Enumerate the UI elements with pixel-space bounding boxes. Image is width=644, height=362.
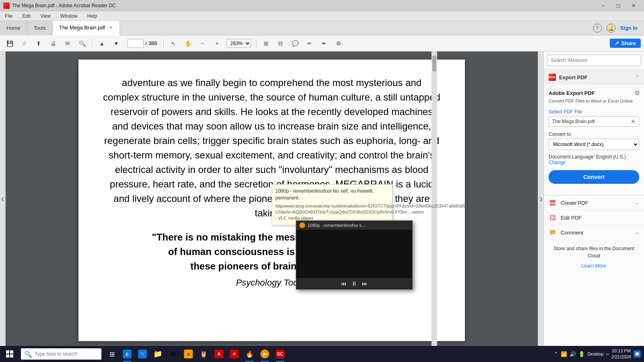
sign-in-button[interactable]: Sign In (620, 25, 638, 31)
tab-tools[interactable]: Tools (27, 21, 53, 35)
pdf-scrollbar[interactable] (431, 51, 437, 346)
more-icon[interactable]: ›› (606, 352, 609, 356)
sidebar-search-area (544, 51, 644, 70)
window-title: The Mega Brain.pdf - Adobe Acrobat Reade… (12, 3, 116, 8)
hand-tool-button[interactable]: ✋ (182, 38, 194, 49)
zoom-out-button[interactable]: − (196, 38, 209, 49)
video-rewind-button[interactable]: ⏮ (341, 280, 347, 287)
export-chevron-icon: ⌃ (635, 74, 639, 80)
change-language-link[interactable]: Change (549, 160, 566, 165)
explorer-icon[interactable]: 📁 (151, 346, 165, 362)
select-tool-button[interactable]: ↖ (167, 38, 180, 49)
more-tools-button[interactable]: ⚙ (332, 38, 345, 49)
page-total: 388 (149, 40, 157, 46)
tab-home[interactable]: Home (0, 21, 27, 35)
menu-window[interactable]: Window (59, 12, 79, 20)
help-button[interactable]: ? (593, 24, 602, 33)
select-pdf-label[interactable]: Select PDF File (549, 109, 639, 115)
fill-sign-button[interactable]: ✒ (318, 38, 330, 49)
tooltip-popup: 1080p - rememberlessfool No self, no fre… (272, 184, 392, 225)
print-button[interactable]: 🖨 (47, 38, 60, 49)
video-play-button[interactable]: ⏸ (351, 280, 357, 287)
store-icon[interactable]: 🛒 (135, 346, 150, 362)
convert-to-select[interactable]: Microsoft Word (*.docx) Microsoft Excel … (549, 139, 639, 150)
win-logo-quad-2 (10, 350, 13, 354)
menu-edit[interactable]: Edit (21, 12, 32, 20)
task-view-button[interactable]: ⊞ (105, 346, 119, 362)
edit-text-button[interactable]: ✏ (303, 38, 316, 49)
zoom-select[interactable]: 283% 100% 150% 200% (227, 39, 251, 48)
email-button[interactable]: ✉ (61, 38, 74, 49)
notifications-button[interactable]: 🔔 (607, 24, 615, 33)
tooltip-text-line1: 1080p - rememberlessfool No self, no fre… (275, 188, 389, 202)
menu-file[interactable]: File (3, 12, 14, 20)
close-button[interactable]: ✕ (626, 1, 641, 10)
acrobat-dc-icon[interactable]: DC (273, 346, 287, 362)
zoom-in-button[interactable]: + (211, 38, 223, 49)
upload-button[interactable]: ⬆ (32, 38, 45, 49)
learn-more-link[interactable]: Learn More (582, 263, 606, 269)
amazon-icon[interactable]: a (181, 346, 196, 362)
save-button[interactable]: 💾 (3, 38, 16, 49)
pdf-file-clear-button[interactable]: ✕ (631, 118, 636, 125)
firefox-icon[interactable]: 🔥 (242, 346, 257, 362)
pdf-content[interactable]: adventure as we finally begin to compreh… (6, 51, 538, 346)
two-page-button[interactable]: ⊟ (274, 38, 287, 49)
vlc-icon (299, 222, 305, 228)
taskbar-clock[interactable]: 10:12 PM 2/21/2020 (611, 348, 631, 360)
minimize-button[interactable]: − (596, 1, 610, 10)
edit-pdf-icon (549, 214, 557, 222)
svg-text:PDF: PDF (549, 202, 556, 205)
copy-icon: ⧉ (635, 90, 639, 97)
comment-icon (549, 228, 557, 237)
document-language: Document Language: English (U.S.) Change (549, 154, 639, 165)
comment-tool[interactable]: Comment ⌄ (544, 225, 644, 240)
zoom-control: 283% 100% 150% 200% (227, 39, 251, 48)
convert-button[interactable]: Convert (549, 170, 639, 184)
fit-page-button[interactable]: ⊞ (260, 38, 272, 49)
clock-date: 2/21/2020 (611, 354, 631, 360)
taskbar-search-input[interactable] (35, 351, 98, 357)
tab-document[interactable]: The Mega Brain.pdf ✕ (53, 21, 120, 35)
edit-pdf-label: Edit PDF (561, 215, 582, 221)
video-controls: ⏮ ⏸ ⏭ (296, 278, 412, 289)
tray-expand-icon[interactable]: ⌃ (554, 351, 558, 357)
video-popup[interactable]: 1080p - rememberlessfoo s... ⏮ ⏸ ⏭ (296, 220, 413, 290)
sidebar-search-input[interactable] (547, 55, 641, 66)
toolbar: 💾 ☆ ⬆ 🖨 ✉ 🔍 ▲ ▼ 2 / 388 ↖ ✋ − + 283% 100… (0, 35, 644, 51)
next-page-button[interactable]: ▼ (110, 38, 123, 49)
search-button[interactable]: 🔍 (76, 38, 89, 49)
tripadvisor-icon[interactable]: 🦉 (196, 346, 211, 362)
video-popup-title: 1080p - rememberlessfoo s... (296, 221, 412, 230)
prev-page-button[interactable]: ▲ (95, 38, 108, 49)
edit-pdf-tool[interactable]: Edit PDF (544, 210, 644, 225)
menu-help[interactable]: Help (86, 12, 99, 20)
start-button[interactable] (0, 346, 19, 362)
oracle-icon[interactable]: O (227, 346, 242, 362)
bookmark-button[interactable]: ☆ (18, 38, 31, 49)
mail-icon[interactable]: ✉ (166, 346, 180, 362)
comment-label: Comment (561, 230, 583, 236)
sound-icon[interactable]: 🔊 (570, 351, 576, 357)
notification-center-button[interactable]: 💬 (634, 350, 641, 358)
vlc-taskbar-icon[interactable]: ▶ (258, 346, 272, 362)
page-number-input[interactable]: 2 (128, 39, 144, 48)
video-forward-button[interactable]: ⏭ (362, 280, 367, 287)
menu-view[interactable]: View (39, 12, 52, 20)
toolbar-separator-3 (256, 39, 256, 47)
export-pdf-header[interactable]: PDF Export PDF ⌃ (544, 70, 644, 85)
network-icon[interactable]: 📶 (561, 351, 567, 357)
share-button[interactable]: ↗ Share (610, 39, 641, 48)
taskbar-search-bar[interactable]: 🔍 (21, 348, 101, 360)
comment-tool-button[interactable]: 💬 (289, 38, 301, 49)
left-panel-toggle[interactable]: ❮ (0, 51, 6, 346)
acrobat-icon[interactable]: A (212, 346, 226, 362)
create-pdf-expand-icon: ⌄ (635, 200, 639, 206)
battery-icon[interactable]: 🔋 (578, 351, 585, 357)
right-panel-toggle[interactable]: ❯ (538, 51, 543, 346)
edge-icon[interactable]: e (120, 346, 134, 362)
restore-button[interactable]: ◻ (611, 1, 625, 10)
tab-close-icon[interactable]: ✕ (108, 25, 113, 30)
scroll-thumb[interactable] (432, 56, 436, 72)
create-pdf-tool[interactable]: PDF Create PDF ⌄ (544, 195, 644, 210)
